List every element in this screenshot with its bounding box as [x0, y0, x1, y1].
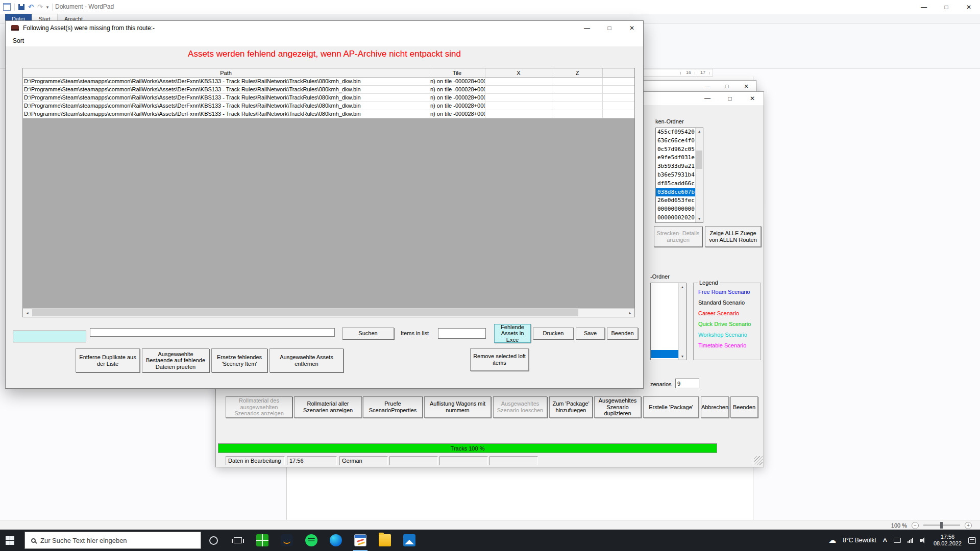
scroll-up-icon[interactable]: ▲	[696, 128, 703, 135]
print-button[interactable]: Drucken	[533, 328, 574, 339]
close-dialog-button[interactable]: Beenden	[607, 328, 638, 339]
column-header-x[interactable]: X	[485, 68, 552, 78]
tray-overflow-chevron-icon[interactable]: ^	[883, 537, 887, 545]
status-cell-time: 17:56	[287, 456, 337, 465]
scenario-list-selected-row[interactable]	[651, 350, 678, 358]
app-icon-spotify[interactable]	[299, 530, 324, 551]
table-horizontal-scrollbar[interactable]: ◂ ▸	[23, 308, 634, 317]
scroll-right-icon[interactable]: ▸	[626, 309, 634, 317]
quick-access-dropdown-icon[interactable]: ▾	[46, 5, 49, 10]
undo-icon[interactable]: ↶	[28, 4, 34, 10]
show-all-trains-button[interactable]: Zeige ALLE Zuege von ALLEN Routen	[705, 226, 761, 247]
table-row[interactable]: D:\Programme\Steam\steamapps\common\Rail…	[23, 102, 634, 110]
touch-keyboard-icon[interactable]	[894, 538, 901, 543]
missing-assets-table[interactable]: Path Tile X Z D:\Programme\Steam\steamap…	[22, 68, 635, 317]
scenario-list-scrollbar[interactable]: ▲ ▼	[678, 283, 686, 360]
window-minimize-button[interactable]: —	[698, 81, 717, 92]
window-close-button[interactable]: ✕	[737, 81, 756, 92]
redo-icon[interactable]: ↷	[37, 4, 43, 10]
taskbar-search[interactable]: Zur Suche Text hier eingeben	[24, 532, 201, 549]
table-row[interactable]: D:\Programme\Steam\steamapps\common\Rail…	[23, 78, 634, 86]
wordpad-close-button[interactable]: ✕	[958, 0, 980, 14]
route-list-scrollbar[interactable]: ▲ ▼	[695, 128, 703, 222]
items-count-input[interactable]	[438, 328, 486, 339]
status-cell-language: German	[339, 456, 388, 465]
dialog-maximize-button[interactable]: □	[598, 21, 621, 35]
scenario-maximize-button[interactable]: □	[719, 92, 741, 105]
column-header-z[interactable]: Z	[552, 68, 603, 78]
scenario-minimize-button[interactable]: —	[696, 92, 719, 105]
dialog-close-button[interactable]: ✕	[621, 21, 643, 35]
app-icon-edge[interactable]	[324, 530, 348, 551]
window-maximize-button[interactable]: □	[717, 81, 737, 92]
scenario-action-button-3[interactable]: Auflistung Wagons mit nummern	[424, 396, 491, 418]
scenario-action-button-9[interactable]: Beenden	[730, 396, 758, 418]
zoom-slider-thumb[interactable]	[940, 522, 943, 529]
scenario-listbox[interactable]: ▲ ▼	[650, 283, 687, 360]
cell-z	[552, 78, 603, 86]
scenario-action-button-7[interactable]: Erstelle 'Package'	[643, 396, 699, 418]
column-header-blank[interactable]	[603, 68, 634, 78]
replace-scenery-button[interactable]: Ersetze fehlendes 'Scenery Item'	[211, 348, 267, 372]
task-view-button[interactable]	[226, 530, 250, 551]
app-icon-wordpad[interactable]	[348, 530, 373, 551]
table-row[interactable]: D:\Programme\Steam\steamapps\common\Rail…	[23, 110, 634, 118]
scroll-down-icon[interactable]: ▼	[696, 215, 703, 222]
dialog-minimize-button[interactable]: —	[576, 21, 598, 35]
scenario-action-button-8[interactable]: Abbrechen	[701, 396, 729, 418]
scenario-action-button-2[interactable]: Pruefe ScenarioProperties	[363, 396, 423, 418]
scroll-down-icon[interactable]: ▼	[679, 353, 686, 360]
zoom-slider[interactable]	[923, 524, 960, 526]
search-text-input[interactable]	[90, 328, 335, 337]
dialog-titlebar[interactable]: Following Asset(s) were missing from thi…	[6, 21, 643, 35]
scenario-action-button-6[interactable]: Ausgewaehltes Szenario duplizieren	[594, 396, 641, 418]
save-icon[interactable]	[18, 4, 24, 10]
export-excel-button[interactable]: Fehlende Assets in Exce	[494, 324, 531, 343]
scenario-count-input[interactable]	[675, 379, 699, 388]
column-header-path[interactable]: Path	[23, 68, 429, 78]
weather-text[interactable]: 8°C Bewölkt	[843, 537, 876, 544]
scenario-action-button-1[interactable]: Rollmaterial aller Szenarien anzeigen	[294, 396, 362, 418]
resize-grip[interactable]	[754, 456, 763, 465]
wordpad-maximize-button[interactable]: □	[935, 0, 958, 14]
scroll-left-icon[interactable]: ◂	[23, 309, 32, 317]
zoom-level: 100 %	[891, 522, 907, 529]
wordpad-minimize-button[interactable]: —	[913, 0, 935, 14]
cortana-button[interactable]	[201, 530, 226, 551]
scenario-close-button[interactable]: ✕	[741, 92, 764, 105]
remove-selected-assets-button[interactable]: Ausgewaehlte Assets entfernen	[270, 348, 344, 372]
menu-sort[interactable]: Sort	[10, 35, 27, 46]
check-missing-files-button[interactable]: Ausgewaehlte Bestaende auf fehlende Date…	[142, 348, 209, 372]
route-id-listbox[interactable]: 455cf095420 636c66ce4f0 0c57d962c05 e9fe…	[655, 128, 703, 223]
search-button[interactable]: Suchen	[342, 328, 394, 339]
zoom-in-button[interactable]: +	[965, 522, 972, 529]
app-icon-photos[interactable]	[397, 530, 422, 551]
zoom-out-button[interactable]: −	[912, 522, 919, 529]
remove-loft-items-button[interactable]: Remove selected loft items	[470, 348, 529, 371]
cell-tile: n) on tile -000028+000	[429, 110, 485, 118]
app-icon-store[interactable]	[250, 530, 275, 551]
volume-icon[interactable]	[920, 537, 927, 543]
scroll-up-icon[interactable]: ▲	[679, 283, 686, 290]
photos-icon	[403, 534, 415, 546]
spotify-icon	[305, 534, 317, 546]
weather-cloud-icon[interactable]: ☁	[828, 536, 836, 545]
save-button[interactable]: Save	[576, 328, 605, 339]
scenario-action-button-0[interactable]: Rollmaterial des ausgewaehlten Szenarios…	[226, 396, 292, 418]
app-icon-amazon-music[interactable]	[275, 530, 299, 551]
action-center-icon[interactable]	[968, 537, 976, 544]
network-icon[interactable]	[908, 538, 913, 543]
items-in-list-label: Items in list	[401, 330, 429, 336]
table-row[interactable]: D:\Programme\Steam\steamapps\common\Rail…	[23, 86, 634, 94]
taskbar-clock[interactable]: 17:56 08.02.2022	[934, 534, 962, 547]
app-icon-file-explorer[interactable]	[373, 530, 397, 551]
start-button[interactable]	[0, 530, 24, 551]
legend-item-5: Timetable Scenario	[694, 340, 761, 351]
route-details-button[interactable]: Strecken- Details anzeigen	[654, 226, 702, 247]
column-header-tile[interactable]: Tile	[429, 68, 485, 78]
scenario-action-button-4[interactable]: Ausgewaehltes Szenario loeschen	[493, 396, 547, 418]
scenario-action-button-5[interactable]: Zum 'Package' hinzufuegen	[549, 396, 593, 418]
table-row[interactable]: D:\Programme\Steam\steamapps\common\Rail…	[23, 94, 634, 102]
remove-duplicates-button[interactable]: Entferne Duplikate aus der Liste	[76, 348, 140, 372]
highlight-field[interactable]	[13, 331, 86, 342]
